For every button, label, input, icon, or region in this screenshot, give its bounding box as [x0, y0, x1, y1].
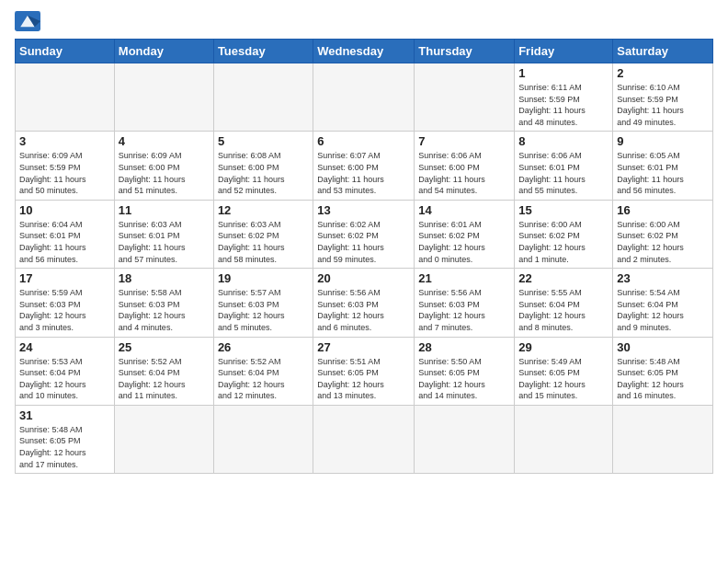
day-number: 24 — [19, 340, 110, 354]
day-info: Sunrise: 6:00 AM Sunset: 6:02 PM Dayligh… — [518, 219, 609, 265]
day-info: Sunrise: 5:55 AM Sunset: 6:04 PM Dayligh… — [518, 287, 609, 333]
day-info: Sunrise: 5:56 AM Sunset: 6:03 PM Dayligh… — [317, 287, 410, 333]
generalblue-logo-icon — [15, 11, 40, 31]
calendar-cell: 20Sunrise: 5:56 AM Sunset: 6:03 PM Dayli… — [313, 269, 415, 337]
calendar-cell: 2Sunrise: 6:10 AM Sunset: 5:59 PM Daylig… — [613, 63, 713, 132]
calendar-cell: 1Sunrise: 6:11 AM Sunset: 5:59 PM Daylig… — [515, 63, 613, 132]
day-number: 17 — [19, 271, 110, 285]
day-info: Sunrise: 6:11 AM Sunset: 5:59 PM Dayligh… — [518, 82, 609, 128]
day-info: Sunrise: 5:48 AM Sunset: 6:05 PM Dayligh… — [617, 356, 709, 402]
day-number: 1 — [518, 66, 609, 80]
weekday-header-friday: Friday — [515, 40, 613, 63]
day-number: 16 — [617, 203, 709, 217]
day-number: 21 — [418, 271, 510, 285]
weekday-header-sunday: Sunday — [16, 40, 115, 63]
day-number: 13 — [317, 203, 410, 217]
day-info: Sunrise: 6:08 AM Sunset: 6:00 PM Dayligh… — [218, 150, 309, 196]
calendar-cell — [114, 63, 213, 132]
calendar-cell: 23Sunrise: 5:54 AM Sunset: 6:04 PM Dayli… — [613, 269, 713, 337]
calendar-cell: 9Sunrise: 6:05 AM Sunset: 6:01 PM Daylig… — [613, 132, 713, 200]
calendar-cell: 13Sunrise: 6:02 AM Sunset: 6:02 PM Dayli… — [313, 200, 415, 268]
day-info: Sunrise: 6:03 AM Sunset: 6:02 PM Dayligh… — [218, 219, 309, 265]
day-number: 20 — [317, 271, 410, 285]
day-number: 2 — [617, 66, 709, 80]
logo — [15, 11, 44, 31]
day-number: 6 — [317, 134, 410, 148]
day-number: 4 — [119, 134, 210, 148]
calendar-week-2: 10Sunrise: 6:04 AM Sunset: 6:01 PM Dayli… — [16, 200, 713, 268]
day-info: Sunrise: 5:56 AM Sunset: 6:03 PM Dayligh… — [418, 287, 510, 333]
calendar-cell — [213, 63, 313, 132]
calendar-cell: 25Sunrise: 5:52 AM Sunset: 6:04 PM Dayli… — [114, 337, 213, 405]
calendar-cell — [415, 63, 515, 132]
calendar-week-3: 17Sunrise: 5:59 AM Sunset: 6:03 PM Dayli… — [16, 269, 713, 337]
weekday-header-monday: Monday — [114, 40, 213, 63]
calendar-cell: 7Sunrise: 6:06 AM Sunset: 6:00 PM Daylig… — [415, 132, 515, 200]
day-info: Sunrise: 6:06 AM Sunset: 6:00 PM Dayligh… — [418, 150, 510, 196]
day-number: 7 — [418, 134, 510, 148]
day-info: Sunrise: 6:07 AM Sunset: 6:00 PM Dayligh… — [317, 150, 410, 196]
day-number: 15 — [518, 203, 609, 217]
day-info: Sunrise: 6:02 AM Sunset: 6:02 PM Dayligh… — [317, 219, 410, 265]
day-number: 9 — [617, 134, 709, 148]
day-number: 28 — [418, 340, 510, 354]
calendar-cell: 14Sunrise: 6:01 AM Sunset: 6:02 PM Dayli… — [415, 200, 515, 268]
calendar-cell: 17Sunrise: 5:59 AM Sunset: 6:03 PM Dayli… — [16, 269, 115, 337]
header — [15, 11, 713, 31]
calendar-cell: 12Sunrise: 6:03 AM Sunset: 6:02 PM Dayli… — [213, 200, 313, 268]
calendar-cell: 28Sunrise: 5:50 AM Sunset: 6:05 PM Dayli… — [415, 337, 515, 405]
calendar-cell — [415, 405, 515, 473]
day-number: 18 — [119, 271, 210, 285]
day-info: Sunrise: 5:51 AM Sunset: 6:05 PM Dayligh… — [317, 356, 410, 402]
day-number: 11 — [119, 203, 210, 217]
calendar-cell — [313, 405, 415, 473]
day-info: Sunrise: 5:50 AM Sunset: 6:05 PM Dayligh… — [418, 356, 510, 402]
day-info: Sunrise: 6:04 AM Sunset: 6:01 PM Dayligh… — [19, 219, 110, 265]
calendar-cell: 6Sunrise: 6:07 AM Sunset: 6:00 PM Daylig… — [313, 132, 415, 200]
day-number: 26 — [218, 340, 309, 354]
day-info: Sunrise: 6:09 AM Sunset: 6:00 PM Dayligh… — [119, 150, 210, 196]
calendar-cell: 22Sunrise: 5:55 AM Sunset: 6:04 PM Dayli… — [515, 269, 613, 337]
calendar-cell: 5Sunrise: 6:08 AM Sunset: 6:00 PM Daylig… — [213, 132, 313, 200]
day-number: 3 — [19, 134, 110, 148]
day-number: 29 — [518, 340, 609, 354]
page: SundayMondayTuesdayWednesdayThursdayFrid… — [0, 0, 728, 563]
day-number: 30 — [617, 340, 709, 354]
day-number: 8 — [518, 134, 609, 148]
day-number: 23 — [617, 271, 709, 285]
weekday-header-tuesday: Tuesday — [213, 40, 313, 63]
day-info: Sunrise: 6:09 AM Sunset: 5:59 PM Dayligh… — [19, 150, 110, 196]
day-info: Sunrise: 6:06 AM Sunset: 6:01 PM Dayligh… — [518, 150, 609, 196]
day-info: Sunrise: 5:53 AM Sunset: 6:04 PM Dayligh… — [19, 356, 110, 402]
day-info: Sunrise: 5:58 AM Sunset: 6:03 PM Dayligh… — [119, 287, 210, 333]
weekday-header-row: SundayMondayTuesdayWednesdayThursdayFrid… — [16, 40, 713, 63]
day-number: 12 — [218, 203, 309, 217]
weekday-header-thursday: Thursday — [415, 40, 515, 63]
calendar-cell — [16, 63, 115, 132]
day-number: 22 — [518, 271, 609, 285]
calendar-week-0: 1Sunrise: 6:11 AM Sunset: 5:59 PM Daylig… — [16, 63, 713, 132]
calendar-table: SundayMondayTuesdayWednesdayThursdayFrid… — [15, 39, 713, 474]
calendar-cell: 21Sunrise: 5:56 AM Sunset: 6:03 PM Dayli… — [415, 269, 515, 337]
calendar-cell — [515, 405, 613, 473]
day-info: Sunrise: 5:52 AM Sunset: 6:04 PM Dayligh… — [119, 356, 210, 402]
calendar-cell: 31Sunrise: 5:48 AM Sunset: 6:05 PM Dayli… — [16, 405, 115, 473]
calendar-cell: 24Sunrise: 5:53 AM Sunset: 6:04 PM Dayli… — [16, 337, 115, 405]
calendar-cell — [114, 405, 213, 473]
calendar-cell — [613, 405, 713, 473]
day-info: Sunrise: 5:57 AM Sunset: 6:03 PM Dayligh… — [218, 287, 309, 333]
calendar-cell — [213, 405, 313, 473]
calendar-cell: 27Sunrise: 5:51 AM Sunset: 6:05 PM Dayli… — [313, 337, 415, 405]
day-info: Sunrise: 6:05 AM Sunset: 6:01 PM Dayligh… — [617, 150, 709, 196]
calendar-cell: 11Sunrise: 6:03 AM Sunset: 6:01 PM Dayli… — [114, 200, 213, 268]
day-info: Sunrise: 5:48 AM Sunset: 6:05 PM Dayligh… — [19, 424, 110, 470]
day-number: 31 — [19, 408, 110, 422]
calendar-cell: 19Sunrise: 5:57 AM Sunset: 6:03 PM Dayli… — [213, 269, 313, 337]
day-number: 25 — [119, 340, 210, 354]
weekday-header-wednesday: Wednesday — [313, 40, 415, 63]
day-info: Sunrise: 6:01 AM Sunset: 6:02 PM Dayligh… — [418, 219, 510, 265]
day-number: 5 — [218, 134, 309, 148]
calendar-cell: 29Sunrise: 5:49 AM Sunset: 6:05 PM Dayli… — [515, 337, 613, 405]
weekday-header-saturday: Saturday — [613, 40, 713, 63]
calendar-cell: 10Sunrise: 6:04 AM Sunset: 6:01 PM Dayli… — [16, 200, 115, 268]
